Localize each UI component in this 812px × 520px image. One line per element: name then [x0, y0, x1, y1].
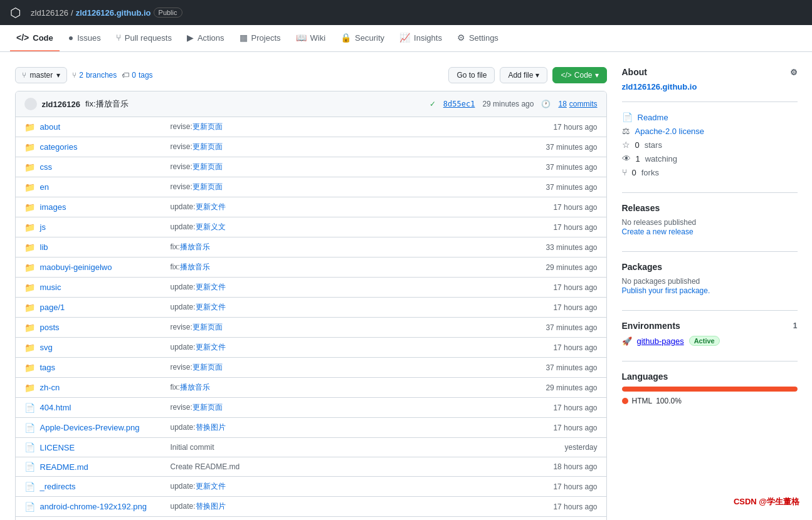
file-icon: 📄 [24, 423, 35, 433]
file-message-link[interactable]: 更新义文 [196, 222, 226, 231]
file-message-link[interactable]: 更新页面 [192, 162, 223, 171]
file-icon: 📄 [24, 442, 35, 452]
tab-security[interactable]: 🔒 Security [334, 25, 391, 51]
file-message-link[interactable]: 更新文件 [196, 343, 226, 351]
folder-icon: 📁 [24, 263, 35, 273]
env-badge: Active [689, 336, 720, 346]
file-name-link[interactable]: _redirects [40, 482, 166, 491]
sidebar: About ⚙ zld126126.github.io 📄 Readme ⚖ A… [622, 67, 798, 520]
main-layout: ⑂ master ▾ ⑂ 2 branches 🏷 0 tags Go to f… [5, 52, 808, 520]
file-message-link[interactable]: 更新文件 [196, 303, 226, 311]
commits-link[interactable]: 18 commits [558, 100, 597, 108]
readme-link[interactable]: Readme [638, 113, 668, 122]
tags-label: tags [139, 71, 153, 80]
file-name-link[interactable]: music [40, 283, 166, 292]
file-name-link[interactable]: zh-cn [40, 383, 166, 392]
go-to-file-button[interactable]: Go to file [448, 67, 495, 83]
file-message: fix:播放音乐 [171, 242, 517, 252]
file-name-link[interactable]: about [40, 122, 166, 132]
file-name-link[interactable]: en [40, 182, 166, 192]
file-message: revise:更新页面 [171, 322, 517, 333]
file-name-link[interactable]: posts [40, 323, 166, 332]
folder-icon: 📁 [24, 142, 35, 152]
file-message: update:替换图片 [171, 501, 517, 512]
code-button[interactable]: </> Code ▾ [552, 67, 606, 83]
file-name-link[interactable]: maobuyi-geinigelwo [40, 263, 166, 272]
branch-select[interactable]: ⑂ master ▾ [15, 67, 68, 83]
file-name-link[interactable]: 404.html [40, 403, 166, 412]
file-row: 📄README.mdCreate README.md18 hours ago [16, 457, 606, 477]
file-row: 📁maobuyi-geinigelwofix:播放音乐29 minutes ag… [16, 257, 606, 278]
tab-projects[interactable]: ▦ Projects [233, 25, 287, 51]
file-time: 37 minutes ago [522, 183, 598, 192]
tab-actions[interactable]: ▶ Actions [181, 25, 231, 51]
commit-sha-link[interactable]: 8d55ec1 [443, 100, 475, 108]
sidebar-divider-1 [622, 101, 798, 102]
tab-insights[interactable]: 📈 Insights [393, 25, 448, 51]
file-message-link[interactable]: 更新页面 [192, 323, 223, 331]
license-link[interactable]: Apache-2.0 license [635, 127, 705, 136]
file-name-link[interactable]: js [40, 222, 166, 232]
file-message-link[interactable]: 更新页面 [192, 142, 223, 151]
tab-wiki[interactable]: 📖 Wiki [290, 25, 332, 51]
file-message-link[interactable]: 替换图片 [196, 423, 226, 432]
file-message-link[interactable]: 播放音乐 [180, 263, 210, 271]
file-message-link[interactable]: 更新文件 [196, 202, 226, 211]
releases-section: Releases No releases published Create a … [622, 203, 798, 236]
file-name-link[interactable]: categories [40, 142, 166, 152]
file-name-link[interactable]: README.md [40, 462, 166, 472]
file-name-link[interactable]: LICENSE [40, 443, 166, 452]
env-link[interactable]: github-pages [637, 336, 684, 346]
file-message-link[interactable]: 更新页面 [192, 182, 223, 191]
gear-icon[interactable]: ⚙ [790, 68, 798, 77]
file-name-link[interactable]: svg [40, 343, 166, 352]
tab-settings[interactable]: ⚙ Settings [451, 25, 505, 51]
file-row: 📄android-chrome-512x512.pngupdate:替换图片17… [16, 517, 606, 520]
branch-icon: ⑂ [22, 71, 26, 80]
owner-link[interactable]: zld126126 [31, 8, 68, 18]
file-message-link[interactable]: 更新页面 [192, 122, 223, 131]
file-name-link[interactable]: android-chrome-192x192.png [40, 502, 166, 511]
file-message-link[interactable]: 更新文件 [196, 283, 226, 291]
tags-link[interactable]: 🏷 0 tags [122, 71, 152, 80]
watching-label: watching [645, 154, 677, 164]
forks-item: ⑂ 0 forks [622, 167, 798, 177]
commit-message: fix:播放音乐 [85, 98, 129, 110]
visibility-badge: Public [154, 8, 182, 18]
file-message-link[interactable]: 更新页面 [192, 363, 223, 372]
tab-issues[interactable]: ● Issues [62, 25, 107, 51]
commit-header: zld126126 fix:播放音乐 ✓ 8d55ec1 29 minutes … [16, 91, 606, 117]
watching-item: 👁 1 watching [622, 153, 798, 164]
languages-section: Languages HTML 100.0% [622, 372, 798, 405]
breadcrumb: zld126126 / zld126126.github.io Public [31, 8, 182, 18]
file-message-link[interactable]: 更新文件 [196, 482, 226, 491]
file-name-link[interactable]: css [40, 162, 166, 172]
tab-code[interactable]: </> Code [10, 25, 60, 51]
repo-url-link[interactable]: zld126126.github.io [622, 82, 697, 91]
file-name-link[interactable]: tags [40, 363, 166, 372]
folder-icon: 📁 [24, 303, 35, 313]
releases-title-label: Releases [622, 203, 660, 213]
file-time: 37 minutes ago [522, 323, 598, 332]
publish-package-link[interactable]: Publish your first package. [622, 286, 710, 295]
file-message-link[interactable]: 播放音乐 [180, 242, 210, 251]
file-name-link[interactable]: Apple-Devices-Preview.png [40, 423, 166, 432]
file-name-link[interactable]: page/1 [40, 303, 166, 312]
repo-content: ⑂ master ▾ ⑂ 2 branches 🏷 0 tags Go to f… [15, 67, 607, 520]
folder-icon: 📁 [24, 182, 35, 192]
file-name-link[interactable]: images [40, 202, 166, 212]
add-file-button[interactable]: Add file ▾ [500, 67, 547, 83]
repo-link[interactable]: zld126126.github.io [76, 8, 151, 18]
file-message-link[interactable]: 更新页面 [192, 403, 223, 412]
branches-link[interactable]: ⑂ 2 branches [72, 71, 117, 80]
tab-pull-requests[interactable]: ⑂ Pull requests [110, 25, 178, 51]
fork-icon: ⑂ [622, 167, 627, 177]
file-time: yesterday [522, 443, 598, 452]
file-message: update:更新义文 [171, 222, 517, 232]
html-lang-bar-fill [622, 387, 798, 392]
star-icon: ☆ [622, 140, 630, 150]
file-message-link[interactable]: 播放音乐 [180, 383, 210, 392]
file-name-link[interactable]: lib [40, 242, 166, 252]
file-message-link[interactable]: 替换图片 [196, 502, 226, 511]
create-release-link[interactable]: Create a new release [622, 227, 693, 236]
